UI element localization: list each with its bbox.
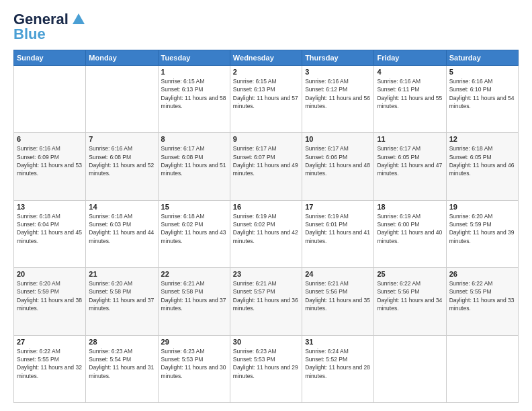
day-number: 10 [305, 135, 371, 143]
logo-blue: Blue [13, 26, 46, 43]
day-number: 5 [449, 68, 515, 76]
day-info: Sunrise: 6:16 AMSunset: 6:09 PMDaylight:… [17, 144, 83, 177]
day-info: Sunrise: 6:22 AMSunset: 5:55 PMDaylight:… [449, 279, 515, 312]
day-info: Sunrise: 6:21 AMSunset: 5:58 PMDaylight:… [161, 279, 227, 312]
day-info: Sunrise: 6:18 AMSunset: 6:05 PMDaylight:… [449, 144, 515, 177]
day-number: 13 [17, 203, 83, 211]
header-day-tuesday: Tuesday [158, 50, 230, 66]
calendar-cell: 30Sunrise: 6:23 AMSunset: 5:53 PMDayligh… [230, 335, 302, 402]
day-info: Sunrise: 6:17 AMSunset: 6:05 PMDaylight:… [377, 144, 443, 177]
calendar-cell: 16Sunrise: 6:19 AMSunset: 6:02 PMDayligh… [230, 200, 302, 267]
day-info: Sunrise: 6:17 AMSunset: 6:08 PMDaylight:… [161, 144, 227, 177]
day-info: Sunrise: 6:22 AMSunset: 5:55 PMDaylight:… [17, 347, 83, 380]
calendar-cell: 12Sunrise: 6:18 AMSunset: 6:05 PMDayligh… [446, 133, 518, 200]
day-number: 6 [17, 135, 83, 143]
page: General Blue SundayMondayTuesdayWednesda… [0, 0, 532, 411]
calendar-cell: 6Sunrise: 6:16 AMSunset: 6:09 PMDaylight… [14, 133, 86, 200]
logo: General Blue [13, 11, 86, 43]
calendar-cell [374, 335, 446, 402]
calendar-cell: 29Sunrise: 6:23 AMSunset: 5:53 PMDayligh… [158, 335, 230, 402]
day-info: Sunrise: 6:15 AMSunset: 6:13 PMDaylight:… [233, 77, 299, 110]
week-row-2: 13Sunrise: 6:18 AMSunset: 6:04 PMDayligh… [14, 200, 519, 267]
calendar-cell: 18Sunrise: 6:19 AMSunset: 6:00 PMDayligh… [374, 200, 446, 267]
week-row-1: 6Sunrise: 6:16 AMSunset: 6:09 PMDaylight… [14, 133, 519, 200]
calendar-cell: 11Sunrise: 6:17 AMSunset: 6:05 PMDayligh… [374, 133, 446, 200]
day-info: Sunrise: 6:23 AMSunset: 5:54 PMDaylight:… [89, 347, 154, 380]
calendar-cell: 7Sunrise: 6:16 AMSunset: 6:08 PMDaylight… [86, 133, 158, 200]
day-info: Sunrise: 6:21 AMSunset: 5:57 PMDaylight:… [233, 279, 299, 312]
calendar-cell: 22Sunrise: 6:21 AMSunset: 5:58 PMDayligh… [158, 268, 230, 335]
day-info: Sunrise: 6:19 AMSunset: 6:01 PMDaylight:… [305, 212, 371, 245]
day-number: 15 [161, 203, 227, 211]
day-number: 3 [305, 68, 371, 76]
day-info: Sunrise: 6:16 AMSunset: 6:12 PMDaylight:… [305, 77, 371, 110]
day-info: Sunrise: 6:24 AMSunset: 5:52 PMDaylight:… [305, 347, 371, 380]
day-number: 11 [377, 135, 443, 143]
day-number: 9 [233, 135, 299, 143]
day-number: 30 [233, 338, 299, 346]
day-number: 12 [449, 135, 515, 143]
calendar-cell: 3Sunrise: 6:16 AMSunset: 6:12 PMDaylight… [302, 66, 374, 133]
day-number: 1 [161, 68, 227, 76]
calendar-cell: 20Sunrise: 6:20 AMSunset: 5:59 PMDayligh… [14, 268, 86, 335]
day-info: Sunrise: 6:15 AMSunset: 6:13 PMDaylight:… [161, 77, 227, 110]
day-number: 4 [377, 68, 443, 76]
calendar-cell: 28Sunrise: 6:23 AMSunset: 5:54 PMDayligh… [86, 335, 158, 402]
day-info: Sunrise: 6:23 AMSunset: 5:53 PMDaylight:… [233, 347, 299, 380]
calendar-table: SundayMondayTuesdayWednesdayThursdayFrid… [13, 50, 519, 403]
day-info: Sunrise: 6:20 AMSunset: 5:58 PMDaylight:… [89, 279, 154, 312]
day-info: Sunrise: 6:18 AMSunset: 6:02 PMDaylight:… [161, 212, 227, 245]
calendar-cell: 2Sunrise: 6:15 AMSunset: 6:13 PMDaylight… [230, 66, 302, 133]
day-info: Sunrise: 6:17 AMSunset: 6:06 PMDaylight:… [305, 144, 371, 177]
day-info: Sunrise: 6:18 AMSunset: 6:04 PMDaylight:… [17, 212, 83, 245]
calendar-cell: 19Sunrise: 6:20 AMSunset: 5:59 PMDayligh… [446, 200, 518, 267]
header-day-friday: Friday [374, 50, 446, 66]
calendar-cell [14, 66, 86, 133]
week-row-0: 1Sunrise: 6:15 AMSunset: 6:13 PMDaylight… [14, 66, 519, 133]
day-info: Sunrise: 6:20 AMSunset: 5:59 PMDaylight:… [17, 279, 83, 312]
day-info: Sunrise: 6:16 AMSunset: 6:11 PMDaylight:… [377, 77, 443, 110]
calendar-cell: 8Sunrise: 6:17 AMSunset: 6:08 PMDaylight… [158, 133, 230, 200]
day-number: 2 [233, 68, 299, 76]
calendar-cell: 17Sunrise: 6:19 AMSunset: 6:01 PMDayligh… [302, 200, 374, 267]
calendar-body: 1Sunrise: 6:15 AMSunset: 6:13 PMDaylight… [14, 66, 519, 403]
day-number: 23 [233, 270, 299, 278]
day-number: 27 [17, 338, 83, 346]
day-number: 29 [161, 338, 227, 346]
calendar-cell: 15Sunrise: 6:18 AMSunset: 6:02 PMDayligh… [158, 200, 230, 267]
calendar-cell: 31Sunrise: 6:24 AMSunset: 5:52 PMDayligh… [302, 335, 374, 402]
day-info: Sunrise: 6:19 AMSunset: 6:02 PMDaylight:… [233, 212, 299, 245]
day-number: 18 [377, 203, 443, 211]
header: General Blue [13, 11, 519, 43]
day-number: 20 [17, 270, 83, 278]
header-day-monday: Monday [86, 50, 158, 66]
calendar-cell: 25Sunrise: 6:22 AMSunset: 5:56 PMDayligh… [374, 268, 446, 335]
header-day-wednesday: Wednesday [230, 50, 302, 66]
day-number: 19 [449, 203, 515, 211]
calendar-cell: 23Sunrise: 6:21 AMSunset: 5:57 PMDayligh… [230, 268, 302, 335]
calendar-cell: 4Sunrise: 6:16 AMSunset: 6:11 PMDaylight… [374, 66, 446, 133]
day-info: Sunrise: 6:16 AMSunset: 6:10 PMDaylight:… [449, 77, 515, 110]
day-info: Sunrise: 6:19 AMSunset: 6:00 PMDaylight:… [377, 212, 443, 245]
calendar-cell: 27Sunrise: 6:22 AMSunset: 5:55 PMDayligh… [14, 335, 86, 402]
header-day-sunday: Sunday [14, 50, 86, 66]
calendar-cell: 5Sunrise: 6:16 AMSunset: 6:10 PMDaylight… [446, 66, 518, 133]
calendar-cell: 24Sunrise: 6:21 AMSunset: 5:56 PMDayligh… [302, 268, 374, 335]
svg-marker-0 [73, 13, 85, 24]
day-info: Sunrise: 6:20 AMSunset: 5:59 PMDaylight:… [449, 212, 515, 245]
calendar-cell: 1Sunrise: 6:15 AMSunset: 6:13 PMDaylight… [158, 66, 230, 133]
calendar-cell [86, 66, 158, 133]
calendar-cell: 9Sunrise: 6:17 AMSunset: 6:07 PMDaylight… [230, 133, 302, 200]
week-row-4: 27Sunrise: 6:22 AMSunset: 5:55 PMDayligh… [14, 335, 519, 402]
day-info: Sunrise: 6:16 AMSunset: 6:08 PMDaylight:… [89, 144, 154, 177]
day-number: 7 [89, 135, 154, 143]
day-number: 17 [305, 203, 371, 211]
day-number: 8 [161, 135, 227, 143]
day-number: 22 [161, 270, 227, 278]
calendar-cell: 13Sunrise: 6:18 AMSunset: 6:04 PMDayligh… [14, 200, 86, 267]
day-info: Sunrise: 6:21 AMSunset: 5:56 PMDaylight:… [305, 279, 371, 312]
day-info: Sunrise: 6:17 AMSunset: 6:07 PMDaylight:… [233, 144, 299, 177]
calendar-cell [446, 335, 518, 402]
calendar-header: SundayMondayTuesdayWednesdayThursdayFrid… [14, 50, 519, 66]
calendar-cell: 10Sunrise: 6:17 AMSunset: 6:06 PMDayligh… [302, 133, 374, 200]
